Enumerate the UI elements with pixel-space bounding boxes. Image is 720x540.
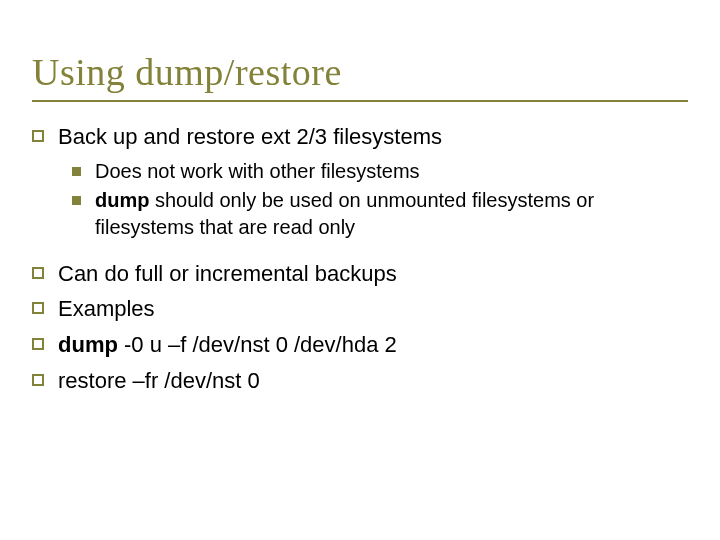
list-item: Can do full or incremental backups	[32, 259, 688, 289]
square-bullet-icon	[32, 130, 44, 142]
square-bullet-icon	[72, 196, 81, 205]
title-underline	[32, 100, 688, 102]
list-item-text: Can do full or incremental backups	[58, 259, 688, 289]
list-item-text: Does not work with other filesystems	[95, 158, 688, 185]
square-bullet-icon	[32, 267, 44, 279]
bold-term: dump	[95, 189, 149, 211]
square-bullet-icon	[32, 302, 44, 314]
list-item: Back up and restore ext 2/3 filesystems	[32, 122, 688, 152]
slide-title: Using dump/restore	[32, 50, 688, 94]
list-item-text: dump should only be used on unmounted fi…	[95, 187, 688, 241]
list-item: dump should only be used on unmounted fi…	[72, 187, 688, 241]
list-item: restore –fr /dev/nst 0	[32, 366, 688, 396]
list-item-text: Examples	[58, 294, 688, 324]
slide: Using dump/restore Back up and restore e…	[0, 0, 720, 540]
list-item-text: restore –fr /dev/nst 0	[58, 366, 688, 396]
list-item-tail: should only be used on unmounted filesys…	[95, 189, 594, 238]
list-item: dump -0 u –f /dev/nst 0 /dev/hda 2	[32, 330, 688, 360]
slide-body: Back up and restore ext 2/3 filesystems …	[32, 122, 688, 395]
list-item: Examples	[32, 294, 688, 324]
square-bullet-icon	[32, 338, 44, 350]
bold-term: dump	[58, 332, 118, 357]
sub-list: Does not work with other filesystems dum…	[72, 158, 688, 241]
list-item-tail: -0 u –f /dev/nst 0 /dev/hda 2	[118, 332, 397, 357]
square-bullet-icon	[72, 167, 81, 176]
square-bullet-icon	[32, 374, 44, 386]
list-item: Does not work with other filesystems	[72, 158, 688, 185]
list-item-text: Back up and restore ext 2/3 filesystems	[58, 122, 688, 152]
list-item-text: dump -0 u –f /dev/nst 0 /dev/hda 2	[58, 330, 688, 360]
